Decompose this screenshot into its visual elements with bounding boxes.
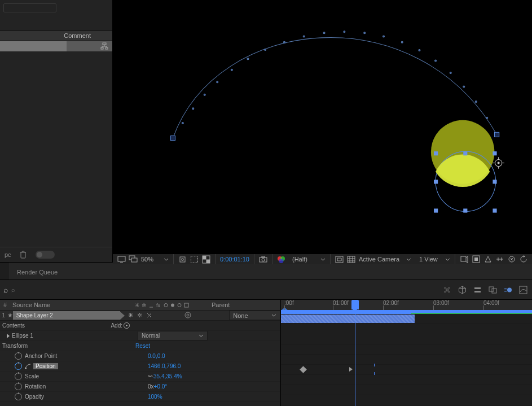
parent-dropdown[interactable]: None bbox=[229, 311, 280, 320]
easy-ease-icon[interactable] bbox=[25, 363, 31, 369]
constrain-proportions-icon[interactable]: ⚯ bbox=[148, 373, 152, 379]
ellipse-row[interactable]: Ellipse 1 Normal bbox=[0, 331, 280, 341]
header-parent[interactable]: Parent bbox=[208, 302, 280, 308]
share-view-icon[interactable] bbox=[460, 255, 468, 264]
svg-point-23 bbox=[475, 101, 477, 103]
shy-icon[interactable] bbox=[473, 286, 482, 294]
pickwhip-icon[interactable] bbox=[183, 311, 192, 320]
playhead-handle[interactable] bbox=[351, 300, 359, 309]
trash-icon[interactable] bbox=[19, 251, 28, 259]
scale-row[interactable]: Scale ⚯35.4,35.4% bbox=[0, 372, 280, 382]
layer-switches[interactable]: ✳ ✲ bbox=[125, 312, 180, 319]
timeline-tracks[interactable]: :00f 01:00f 02:00f 03:00f 04:00f bbox=[280, 300, 532, 406]
header-index[interactable]: # bbox=[0, 302, 10, 308]
opacity-row[interactable]: Opacity 100% bbox=[0, 392, 280, 402]
anchor-value[interactable]: 0.0,0.0 bbox=[146, 353, 221, 359]
stopwatch-icon[interactable] bbox=[15, 363, 22, 370]
keyframe-ease-icon[interactable] bbox=[349, 367, 353, 372]
svg-rect-78 bbox=[184, 303, 188, 307]
timeline-search-input[interactable] bbox=[10, 286, 69, 294]
svg-rect-71 bbox=[520, 286, 527, 294]
svg-point-82 bbox=[187, 314, 189, 316]
monitor-stack-icon[interactable] bbox=[129, 255, 138, 264]
flowchart-icon[interactable] bbox=[101, 41, 112, 51]
svg-point-11 bbox=[265, 49, 266, 50]
stopwatch-icon[interactable] bbox=[15, 373, 22, 380]
scale-label: Scale bbox=[25, 373, 39, 379]
add-shape-button[interactable]: Add: bbox=[111, 322, 130, 329]
svg-point-5 bbox=[182, 122, 183, 124]
track-position[interactable] bbox=[281, 365, 532, 375]
pixel-aspect-icon[interactable] bbox=[472, 255, 480, 264]
views-dropdown[interactable]: 1 View bbox=[415, 256, 442, 263]
rotation-deg[interactable]: +0.0° bbox=[154, 383, 168, 390]
layer-duration-bar[interactable] bbox=[281, 315, 415, 323]
channel-icon[interactable] bbox=[277, 255, 285, 264]
roi-icon[interactable] bbox=[190, 255, 199, 264]
layer-name[interactable]: Shape Layer 2 bbox=[13, 311, 120, 320]
column-header-comment[interactable]: Comment bbox=[0, 30, 112, 41]
svg-point-54 bbox=[262, 259, 265, 261]
refresh-icon[interactable] bbox=[519, 255, 527, 264]
motion-blur-icon[interactable] bbox=[504, 286, 512, 294]
keyframe-icon[interactable] bbox=[300, 366, 307, 373]
svg-rect-46 bbox=[131, 258, 137, 262]
safe-zones-icon[interactable] bbox=[335, 255, 344, 264]
rotation-rev[interactable]: 0x bbox=[148, 383, 154, 390]
pill-toggle[interactable] bbox=[36, 251, 55, 259]
position-value[interactable]: 1466.0,796.0 bbox=[146, 363, 221, 369]
draft-3d-icon[interactable] bbox=[507, 255, 516, 264]
fast-previews-icon[interactable] bbox=[483, 255, 492, 264]
svg-rect-51 bbox=[203, 256, 206, 260]
project-item-row[interactable] bbox=[0, 41, 112, 51]
snapshot-icon[interactable] bbox=[259, 255, 267, 264]
grid-guides-icon[interactable] bbox=[347, 255, 355, 264]
transform-row[interactable]: Transform Reset bbox=[0, 341, 280, 351]
stopwatch-icon[interactable] bbox=[15, 352, 22, 360]
svg-point-8 bbox=[217, 81, 218, 83]
track-layer-1[interactable] bbox=[281, 314, 532, 324]
anchor-point-row[interactable]: Anchor Point 0.0,0.0 bbox=[0, 351, 280, 361]
reset-button[interactable]: Reset bbox=[135, 343, 150, 349]
composition-flowchart-icon[interactable] bbox=[443, 286, 451, 294]
resolution-dropdown[interactable]: (Half) bbox=[289, 256, 317, 263]
bpc-label[interactable]: pc bbox=[5, 251, 11, 258]
composition-viewer[interactable] bbox=[113, 0, 532, 254]
stopwatch-icon[interactable] bbox=[15, 393, 22, 400]
ruler-tick: 04:00f bbox=[483, 300, 499, 306]
tab-render-queue[interactable]: Render Queue bbox=[9, 265, 65, 280]
scale-value[interactable]: 35.4,35.4% bbox=[153, 373, 182, 379]
opacity-value[interactable]: 100% bbox=[146, 394, 221, 400]
stopwatch-icon[interactable] bbox=[15, 383, 22, 390]
draft-3d-box-icon[interactable] bbox=[458, 286, 467, 294]
camera-dropdown[interactable]: Active Camera bbox=[359, 256, 403, 263]
frame-blend-icon[interactable] bbox=[489, 286, 497, 294]
graph-editor-icon[interactable] bbox=[519, 286, 527, 294]
chevron-down-icon bbox=[271, 313, 276, 318]
ruler-tick: 02:00f bbox=[383, 300, 399, 306]
svg-text:✳: ✳ bbox=[128, 312, 133, 318]
project-panel: Comment pc bbox=[0, 0, 113, 262]
blend-mode-dropdown[interactable]: Normal bbox=[138, 331, 208, 340]
contents-row[interactable]: Contents Add: bbox=[0, 321, 280, 331]
svg-rect-66 bbox=[474, 287, 481, 289]
twirl-icon[interactable] bbox=[7, 334, 10, 338]
rotation-row[interactable]: Rotation 0x+0.0° bbox=[0, 382, 280, 392]
layer-row-1[interactable]: 1 ★ Shape Layer 2 ✳ ✲ None bbox=[0, 311, 280, 321]
current-time[interactable]: 0:00:01:10 bbox=[220, 256, 249, 263]
transparency-grid-icon[interactable] bbox=[202, 255, 210, 264]
time-ruler[interactable]: :00f 01:00f 02:00f 03:00f 04:00f bbox=[281, 300, 532, 311]
playhead[interactable] bbox=[355, 300, 355, 406]
timeline-icon[interactable] bbox=[495, 255, 504, 264]
resolution-icon[interactable] bbox=[178, 255, 187, 264]
zoom-dropdown[interactable]: 50% bbox=[141, 256, 160, 263]
header-source-name[interactable]: Source Name bbox=[10, 302, 131, 308]
position-row[interactable]: Position 1466.0,796.0 bbox=[0, 361, 280, 372]
project-item[interactable] bbox=[0, 41, 67, 51]
monitor-icon[interactable] bbox=[117, 255, 126, 264]
svg-point-21 bbox=[450, 72, 451, 73]
panel-input-box[interactable] bbox=[3, 3, 56, 12]
ellipse-label: Ellipse 1 bbox=[12, 333, 33, 339]
svg-point-10 bbox=[247, 58, 249, 60]
svg-rect-35 bbox=[434, 208, 438, 212]
